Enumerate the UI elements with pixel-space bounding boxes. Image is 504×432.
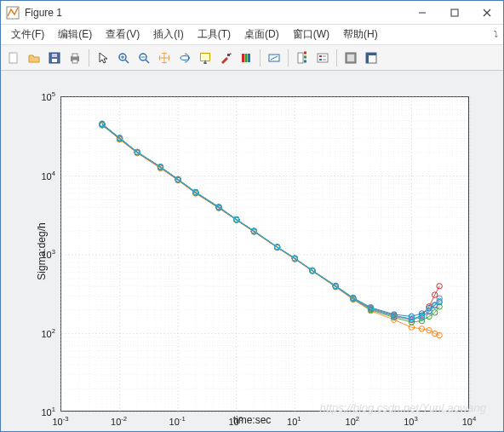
- zoom-in-icon[interactable]: [114, 49, 133, 67]
- pointer-icon[interactable]: [94, 49, 112, 67]
- data-cursor-icon[interactable]: [196, 49, 215, 67]
- svg-rect-34: [298, 53, 303, 63]
- x-axis-label: time:sec: [233, 414, 272, 426]
- toolbar-dropdown-icon[interactable]: ⤵: [494, 29, 498, 38]
- y-tick-label: 102: [13, 327, 55, 339]
- close-button[interactable]: [471, 1, 503, 24]
- figure-area: 10-310-210-1100101102103104 101102103104…: [1, 71, 503, 431]
- minimize-button[interactable]: [406, 1, 438, 24]
- menu-tools[interactable]: 工具(T): [191, 25, 238, 44]
- svg-rect-31: [248, 54, 250, 62]
- menu-window[interactable]: 窗口(W): [286, 25, 336, 44]
- toolbar-separator: [336, 49, 337, 66]
- svg-rect-45: [347, 55, 354, 61]
- y-tick-label: 105: [13, 90, 55, 102]
- toolbar-separator: [260, 49, 261, 66]
- svg-rect-2: [451, 9, 458, 16]
- save-icon[interactable]: [45, 49, 64, 67]
- svg-rect-11: [72, 54, 77, 57]
- svg-rect-23: [201, 53, 210, 60]
- svg-line-3: [484, 9, 490, 16]
- svg-rect-39: [318, 54, 328, 62]
- svg-rect-27: [227, 54, 230, 56]
- svg-rect-48: [366, 53, 376, 55]
- y-axis-label: Sigma:deg/h: [36, 222, 48, 279]
- x-tick-label: 102: [346, 415, 360, 427]
- svg-point-21: [180, 55, 189, 60]
- rotate-3d-icon[interactable]: [175, 49, 194, 67]
- svg-rect-8: [52, 59, 57, 62]
- y-tick-label: 104: [13, 170, 55, 181]
- x-tick-label: 104: [462, 415, 477, 427]
- menu-view[interactable]: 查看(V): [99, 25, 146, 44]
- zoom-out-icon[interactable]: [135, 49, 153, 67]
- menu-file[interactable]: 文件(F): [4, 25, 51, 44]
- print-icon[interactable]: [66, 49, 84, 67]
- hide-plot-tools-icon[interactable]: [341, 49, 360, 67]
- svg-rect-9: [52, 54, 57, 57]
- x-tick-label: 101: [287, 415, 301, 427]
- svg-line-19: [146, 60, 149, 63]
- insert-colorbar-icon[interactable]: [293, 49, 312, 67]
- svg-rect-29: [242, 54, 244, 62]
- toolbar-separator: [288, 49, 289, 66]
- svg-rect-5: [9, 53, 17, 63]
- menu-insert[interactable]: 插入(I): [146, 25, 190, 44]
- menubar: 文件(F) 编辑(E) 查看(V) 插入(I) 工具(T) 桌面(D) 窗口(W…: [1, 25, 503, 45]
- toolbar: [1, 45, 503, 71]
- show-plot-tools-icon[interactable]: [362, 49, 381, 67]
- y-tick-label: 103: [13, 248, 55, 260]
- maximize-button[interactable]: [438, 1, 471, 24]
- toolbar-separator: [89, 49, 89, 66]
- titlebar[interactable]: Figure 1: [1, 1, 503, 25]
- x-tick-label: 103: [404, 415, 418, 427]
- svg-rect-30: [245, 54, 248, 62]
- open-icon[interactable]: [25, 49, 43, 67]
- window-title: Figure 1: [25, 7, 406, 19]
- figure-window: Figure 1 文件(F) 编辑(E) 查看(V) 插入(I) 工具(T) 桌…: [0, 0, 504, 432]
- link-axes-icon[interactable]: [265, 49, 284, 67]
- watermark-text: https://blog.csdn.net/YunLaowang: [320, 401, 486, 414]
- matlab-figure-icon: [6, 6, 20, 20]
- menu-desktop[interactable]: 桌面(D): [238, 25, 286, 44]
- y-tick-label: 101: [13, 406, 55, 418]
- plot-canvas: [61, 97, 470, 412]
- x-tick-label: 10-2: [111, 415, 127, 427]
- pan-icon[interactable]: [155, 49, 174, 67]
- x-tick-label: 10-1: [169, 415, 186, 427]
- brush-icon[interactable]: [216, 49, 235, 67]
- new-figure-icon[interactable]: [4, 49, 23, 67]
- insert-legend-icon[interactable]: [313, 49, 332, 67]
- svg-marker-13: [100, 53, 107, 63]
- colorbar-icon[interactable]: [237, 49, 255, 67]
- svg-line-4: [484, 9, 490, 16]
- svg-rect-12: [72, 60, 77, 63]
- svg-line-15: [125, 60, 129, 63]
- menu-help[interactable]: 帮助(H): [336, 25, 385, 44]
- axes[interactable]: [60, 96, 469, 412]
- menu-edit[interactable]: 编辑(E): [51, 25, 99, 44]
